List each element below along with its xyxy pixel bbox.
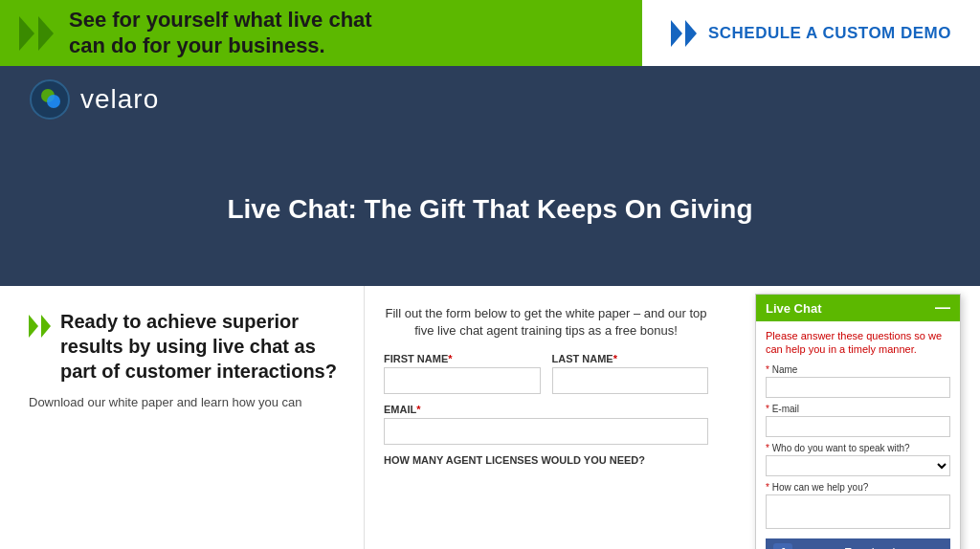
hero-title: Live Chat: The Gift That Keeps On Giving [227,194,752,225]
chat-name-label: * Name [766,364,950,375]
last-name-label: LAST NAME* [552,353,709,364]
form-column: Fill out the form below to get the white… [364,286,727,549]
last-name-group: LAST NAME* [552,353,709,394]
banner-tagline: See for yourself what live chat can do f… [69,8,372,58]
chat-name-input[interactable] [766,377,950,398]
first-name-input[interactable] [384,367,541,394]
facebook-icon: f [773,543,792,549]
chat-speak-label: * Who do you want to speak with? [766,443,950,453]
last-name-input[interactable] [552,367,709,394]
chat-header: Live Chat — [756,295,960,321]
ready-chevrons-icon [29,315,51,338]
ready-chevron-2 [41,315,51,338]
chat-prompt-text: Please answer these questions so we can … [766,329,950,357]
chat-body: Please answer these questions so we can … [756,321,960,549]
demo-chevron-icon-2 [685,20,697,47]
left-column: Ready to achieve superior results by usi… [0,286,364,549]
top-banner: See for yourself what live chat can do f… [0,0,980,66]
banner-chevrons-icon [19,16,54,51]
email-input[interactable] [384,418,708,445]
required-mark-2: * [613,353,617,364]
agent-licenses-label: HOW MANY AGENT LICENSES WOULD YOU NEED? [384,454,708,466]
email-group: EMAIL* [384,404,708,445]
required-mark-3: * [416,404,420,415]
first-name-group: FIRST NAME* [384,353,541,394]
chat-facebook-button[interactable]: f Facebook [766,538,950,549]
chevron-icon-1 [19,16,34,51]
logo-area: velaro [0,66,980,133]
chat-help-textarea[interactable] [766,494,950,529]
chat-speak-select[interactable] [766,455,950,476]
ready-description: Download our white paper and learn how y… [29,393,345,412]
chat-minimize-button[interactable]: — [935,300,950,316]
required-mark: * [448,353,452,364]
ready-title: Ready to achieve superior results by usi… [60,309,345,384]
chat-email-label: * E-mail [766,404,950,414]
velaro-logo-text: velaro [80,84,159,115]
chat-email-input[interactable] [766,416,950,437]
main-content: Ready to achieve superior results by usi… [0,286,980,549]
email-label: EMAIL* [384,404,708,415]
hero-section: Live Chat: The Gift That Keeps On Giving [0,133,980,286]
schedule-demo-label: SCHEDULE A CUSTOM DEMO [708,24,951,43]
name-fields-row: FIRST NAME* LAST NAME* [384,353,708,394]
demo-chevron-icon-1 [671,20,682,47]
facebook-label: Facebook [800,545,943,549]
ready-chevron-1 [29,315,38,338]
chat-header-title: Live Chat [766,301,822,316]
ready-section: Ready to achieve superior results by usi… [29,309,345,384]
svg-point-2 [47,95,60,108]
first-name-label: FIRST NAME* [384,353,541,364]
banner-left: See for yourself what live chat can do f… [0,0,642,66]
demo-chevrons-icon [671,20,697,47]
banner-cta[interactable]: SCHEDULE A CUSTOM DEMO [642,0,980,66]
live-chat-widget: Live Chat — Please answer these question… [755,294,961,549]
chevron-icon-2 [38,16,54,51]
velaro-logo-icon [29,78,71,121]
form-intro-text: Fill out the form below to get the white… [384,305,708,340]
chat-help-label: * How can we help you? [766,482,950,493]
